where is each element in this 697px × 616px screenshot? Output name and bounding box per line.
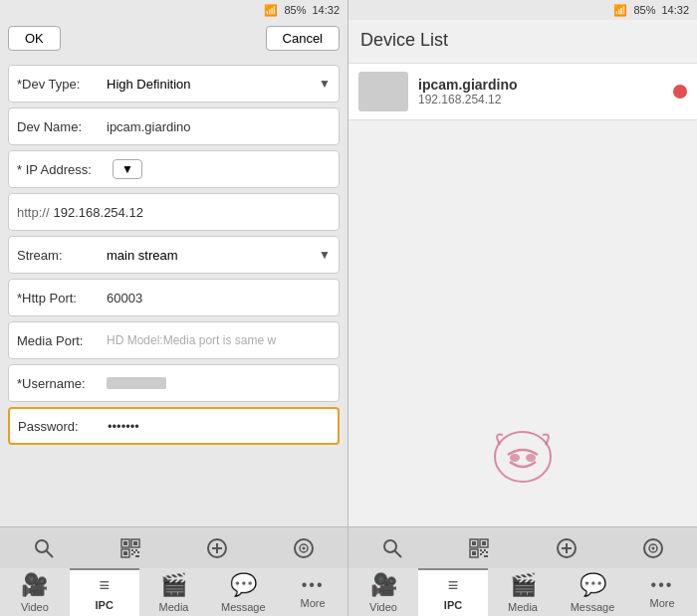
svg-rect-30 bbox=[472, 551, 476, 555]
username-label: *Username: bbox=[17, 376, 107, 391]
cancel-button[interactable]: Cancel bbox=[266, 26, 340, 51]
device-list-title: Device List bbox=[348, 20, 697, 57]
svg-rect-3 bbox=[123, 541, 127, 545]
ok-button[interactable]: OK bbox=[8, 26, 61, 51]
right-nav-upper bbox=[348, 526, 697, 568]
right-camera-icon[interactable] bbox=[610, 537, 698, 559]
device-name: ipcam.giardino bbox=[418, 77, 663, 93]
right-nav-video[interactable]: 🎥 Video bbox=[348, 568, 418, 616]
svg-rect-12 bbox=[131, 553, 133, 555]
media-port-label: Media Port: bbox=[17, 333, 107, 348]
status-bar-right: 📶 85% 14:32 bbox=[348, 0, 697, 20]
right-ipc-label: IPC bbox=[444, 599, 462, 611]
svg-point-21 bbox=[510, 454, 520, 462]
message-label: Message bbox=[221, 601, 266, 613]
ip-input[interactable] bbox=[54, 205, 331, 220]
form-top-buttons: OK Cancel bbox=[0, 20, 348, 57]
left-nav-upper bbox=[0, 526, 348, 568]
password-input[interactable] bbox=[108, 419, 330, 434]
device-ip: 192.168.254.12 bbox=[418, 93, 663, 106]
message-icon: 💬 bbox=[230, 572, 257, 598]
left-nav-lower: 🎥 Video ≡ IPC 🎬 Media 💬 Message ••• More bbox=[0, 568, 348, 616]
signal-icon: 📶 bbox=[264, 4, 278, 17]
time-right: 14:32 bbox=[661, 4, 689, 16]
left-panel: 📶 85% 14:32 OK Cancel *Dev Type: High De… bbox=[0, 0, 348, 616]
right-qr-icon[interactable] bbox=[436, 537, 524, 559]
left-nav-media[interactable]: 🎬 Media bbox=[139, 568, 209, 616]
right-nav-message[interactable]: 💬 Message bbox=[558, 568, 627, 616]
left-qr-icon[interactable] bbox=[87, 537, 173, 559]
stream-select[interactable]: main stream ▼ bbox=[107, 248, 331, 263]
dev-type-select[interactable]: High Definition ▼ bbox=[107, 77, 331, 92]
svg-rect-33 bbox=[482, 551, 484, 553]
dev-type-label: *Dev Type: bbox=[17, 77, 107, 92]
media-icon: 🎬 bbox=[160, 572, 187, 598]
right-nav-media[interactable]: 🎬 Media bbox=[488, 568, 558, 616]
right-add-icon[interactable] bbox=[523, 537, 610, 559]
left-bottom-nav: 🎥 Video ≡ IPC 🎬 Media 💬 Message ••• More bbox=[0, 526, 348, 616]
right-video-label: Video bbox=[369, 601, 397, 613]
right-media-label: Media bbox=[508, 601, 538, 613]
dev-type-arrow: ▼ bbox=[319, 77, 331, 91]
dev-name-row: Dev Name: bbox=[8, 107, 340, 145]
svg-rect-7 bbox=[123, 551, 127, 555]
svg-rect-9 bbox=[135, 549, 137, 551]
svg-rect-26 bbox=[472, 541, 476, 545]
right-more-icon: ••• bbox=[651, 576, 674, 594]
stream-row: Stream: main stream ▼ bbox=[8, 236, 340, 274]
svg-rect-28 bbox=[482, 541, 486, 545]
ipc-icon: ≡ bbox=[99, 575, 110, 596]
username-mask[interactable] bbox=[107, 377, 166, 389]
signal-icon-right: 📶 bbox=[613, 4, 627, 17]
svg-point-19 bbox=[303, 546, 306, 549]
svg-rect-5 bbox=[133, 541, 137, 545]
left-nav-message[interactable]: 💬 Message bbox=[208, 568, 278, 616]
svg-rect-10 bbox=[133, 551, 135, 553]
device-status-indicator bbox=[673, 85, 687, 99]
dev-name-input[interactable] bbox=[107, 119, 331, 134]
svg-line-1 bbox=[46, 550, 53, 557]
media-port-row: Media Port: HD Model:Media port is same … bbox=[8, 321, 340, 359]
device-item[interactable]: ipcam.giardino 192.168.254.12 bbox=[348, 63, 697, 120]
stream-label: Stream: bbox=[17, 248, 107, 263]
left-search-icon[interactable] bbox=[0, 537, 87, 559]
password-label: Password: bbox=[18, 419, 108, 434]
device-thumbnail bbox=[358, 72, 408, 111]
ip-address-label: * IP Address: bbox=[17, 162, 107, 177]
device-info: ipcam.giardino 192.168.254.12 bbox=[418, 77, 663, 106]
left-nav-more[interactable]: ••• More bbox=[278, 568, 348, 616]
stream-value: main stream bbox=[107, 248, 178, 263]
left-camera-icon[interactable] bbox=[261, 537, 348, 559]
left-nav-ipc[interactable]: ≡ IPC bbox=[70, 568, 139, 616]
svg-point-20 bbox=[495, 432, 551, 482]
media-port-placeholder: HD Model:Media port is same w bbox=[107, 333, 276, 347]
more-label: More bbox=[301, 597, 326, 609]
svg-point-0 bbox=[36, 540, 48, 552]
dev-type-value: High Definition bbox=[107, 77, 191, 92]
svg-rect-32 bbox=[484, 549, 486, 551]
viking-icon bbox=[488, 427, 558, 487]
left-add-icon[interactable] bbox=[174, 537, 261, 559]
http-port-input[interactable] bbox=[107, 291, 331, 306]
ipc-label: IPC bbox=[96, 599, 114, 611]
svg-rect-35 bbox=[480, 553, 482, 555]
svg-rect-36 bbox=[484, 555, 488, 557]
right-nav-ipc[interactable]: ≡ IPC bbox=[418, 568, 488, 616]
ip-dropdown-button[interactable]: ▼ bbox=[113, 159, 142, 179]
left-nav-video[interactable]: 🎥 Video bbox=[0, 568, 70, 616]
battery-left: 85% bbox=[284, 4, 306, 16]
more-icon: ••• bbox=[302, 576, 325, 594]
dev-name-label: Dev Name: bbox=[17, 119, 107, 134]
right-nav-lower: 🎥 Video ≡ IPC 🎬 Media 💬 Message ••• More bbox=[348, 568, 697, 616]
right-media-icon: 🎬 bbox=[510, 572, 537, 598]
right-more-label: More bbox=[649, 597, 674, 609]
username-row: *Username: bbox=[8, 364, 340, 402]
right-message-label: Message bbox=[571, 601, 615, 613]
svg-rect-11 bbox=[137, 551, 139, 553]
right-nav-more[interactable]: ••• More bbox=[627, 568, 697, 616]
svg-point-23 bbox=[384, 540, 396, 552]
svg-rect-13 bbox=[135, 555, 139, 557]
battery-right: 85% bbox=[633, 4, 655, 16]
right-search-icon[interactable] bbox=[348, 537, 436, 559]
right-bottom-nav: 🎥 Video ≡ IPC 🎬 Media 💬 Message ••• More bbox=[348, 526, 697, 616]
